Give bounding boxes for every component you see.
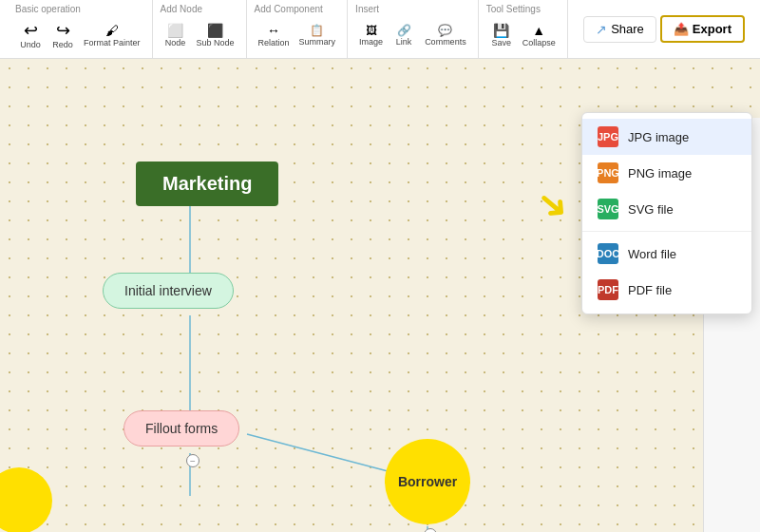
node-icon: ⬜ (167, 24, 183, 37)
share-label: Share (611, 22, 644, 36)
basic-operation-label: Basic operation (15, 4, 81, 14)
fillout-forms-node[interactable]: Fillout forms (124, 410, 239, 446)
marketing-node[interactable]: Marketing (136, 162, 278, 206)
format-painter-button[interactable]: 🖌 Format Painter (80, 22, 144, 49)
yellow-node-left[interactable] (0, 467, 52, 532)
jpg-label: JPG image (628, 130, 689, 144)
node-label: Node (165, 38, 186, 48)
comments-button[interactable]: 💬 Comments (421, 23, 470, 48)
tool-settings-group: Tool Settings 💾 Save ▲ Collapse (479, 0, 568, 58)
add-node-label: Add Node (161, 4, 202, 14)
save-icon: 💾 (493, 24, 509, 37)
export-doc-item[interactable]: DOC Word file (582, 236, 751, 272)
borrower-node[interactable]: Borrower (385, 439, 470, 524)
export-png-item[interactable]: PNG PNG image (582, 155, 751, 191)
add-node-group: Add Node ⬜ Node ⬛ Sub Node (153, 0, 247, 58)
summary-button[interactable]: 📋 Summary (295, 23, 340, 48)
export-icon: 📤 (674, 22, 689, 36)
borrower-text: Borrower (398, 474, 457, 489)
redo-label: Redo (52, 40, 73, 49)
image-button[interactable]: 🖼 Image (355, 23, 387, 48)
export-button[interactable]: 📤 Export (660, 15, 745, 43)
export-label: Export (693, 22, 732, 36)
share-icon: ↗ (596, 22, 607, 37)
image-label: Image (359, 37, 383, 47)
link-label: Link (396, 37, 412, 47)
comments-label: Comments (425, 37, 466, 47)
svg-icon: SVG (598, 199, 618, 219)
save-button[interactable]: 💾 Save (486, 22, 517, 49)
image-icon: 🖼 (366, 25, 377, 36)
fillout-collapse-button[interactable]: − (186, 454, 200, 467)
jpg-icon: JPG (598, 126, 618, 147)
link-button[interactable]: 🔗 Link (389, 23, 419, 48)
insert-label: Insert (355, 4, 379, 14)
export-jpg-item[interactable]: JPG JPG image (582, 119, 751, 155)
doc-icon: DOC (598, 243, 618, 264)
basic-operation-group: Basic operation ↩ Undo ↪ Redo 🖌 Format P… (8, 0, 153, 58)
format-painter-icon: 🖌 (105, 24, 119, 37)
sub-node-label: Sub Node (197, 38, 235, 48)
export-dropdown: JPG JPG image PNG PNG image SVG SVG file… (581, 112, 752, 314)
png-icon: PNG (598, 162, 618, 183)
sub-node-icon: ⬛ (207, 24, 223, 37)
yellow-arrow-annotation: ➜ (527, 177, 580, 231)
relation-button[interactable]: ↔ Relation (255, 22, 294, 49)
undo-button[interactable]: ↩ Undo (15, 20, 46, 51)
canvas: Marketing Initial interview Fillout form… (0, 59, 760, 532)
doc-label: Word file (628, 247, 676, 261)
save-label: Save (491, 38, 511, 48)
toolbar: Basic operation ↩ Undo ↪ Redo 🖌 Format P… (0, 0, 760, 59)
toolbar-right: ↗ Share 📤 Export (576, 0, 752, 58)
pdf-label: PDF file (628, 283, 672, 297)
undo-icon: ↩ (24, 22, 38, 39)
add-component-group: Add Component ↔ Relation 📋 Summary (247, 0, 349, 58)
svg-label: SVG file (628, 202, 674, 217)
collapse-label: Collapse (522, 38, 556, 48)
fillout-forms-text: Fillout forms (145, 421, 218, 436)
node-button[interactable]: ⬜ Node (161, 22, 191, 49)
export-svg-item[interactable]: SVG SVG file (582, 191, 751, 227)
export-pdf-item[interactable]: PDF PDF file (582, 272, 751, 308)
redo-button[interactable]: ↪ Redo (48, 20, 78, 51)
sub-node-button[interactable]: ⬛ Sub Node (193, 22, 238, 49)
initial-interview-text: Initial interview (124, 283, 212, 298)
pdf-icon: PDF (598, 279, 618, 300)
insert-group: Insert 🖼 Image 🔗 Link 💬 Comments (348, 0, 479, 58)
summary-icon: 📋 (310, 25, 324, 36)
redo-icon: ↪ (56, 22, 70, 39)
borrower-collapse-button[interactable]: − (424, 528, 437, 532)
relation-label: Relation (258, 38, 290, 48)
undo-label: Undo (20, 40, 41, 49)
collapse-button[interactable]: ▲ Collapse (519, 22, 560, 49)
initial-interview-node[interactable]: Initial interview (103, 273, 234, 309)
png-label: PNG image (628, 166, 692, 180)
format-painter-label: Format Painter (84, 38, 141, 48)
relation-icon: ↔ (267, 24, 280, 37)
comments-icon: 💬 (438, 25, 452, 36)
collapse-icon: ▲ (532, 24, 545, 37)
add-component-label: Add Component (255, 4, 323, 14)
tool-settings-label: Tool Settings (486, 4, 541, 14)
share-button[interactable]: ↗ Share (583, 16, 656, 43)
summary-label: Summary (299, 37, 336, 47)
marketing-text: Marketing (162, 173, 252, 194)
link-icon: 🔗 (397, 25, 411, 36)
